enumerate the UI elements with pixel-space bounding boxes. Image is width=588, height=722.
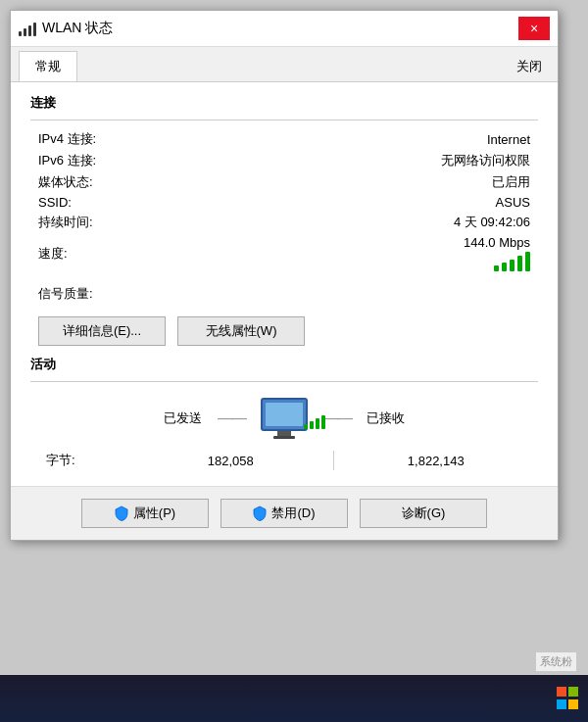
signal-section: 信号质量: [30, 281, 538, 307]
divider-activity [30, 381, 538, 382]
win-sq-red [557, 687, 566, 697]
ssid-label: SSID: [30, 193, 238, 212]
computer-icon [261, 398, 308, 439]
table-row: SSID: ASUS [30, 193, 538, 212]
close-button[interactable]: × [518, 17, 550, 40]
bytes-row: 字节: 182,058 1,822,143 [30, 447, 538, 474]
buttons-row: 详细信息(E)... 无线属性(W) [30, 307, 538, 356]
table-row: 速度: 144.0 Mbps [30, 233, 538, 273]
shield-icon [115, 505, 128, 521]
win-sq-green [568, 687, 578, 697]
table-row: 媒体状态: 已启用 [30, 171, 538, 193]
ipv4-label: IPv4 连接: [30, 128, 238, 150]
windows-logo [557, 687, 580, 710]
dialog-title: WLAN 状态 [42, 20, 113, 37]
dialog-content: 连接 IPv4 连接: Internet IPv6 连接: 无网络访问权限 媒体… [11, 82, 558, 486]
ipv6-label: IPv6 连接: [30, 150, 238, 171]
win-sq-blue [557, 699, 566, 709]
wifi-icon [19, 21, 36, 36]
tab-general[interactable]: 常规 [19, 51, 77, 81]
media-label: 媒体状态: [30, 171, 238, 193]
bytes-sent: 182,058 [136, 454, 325, 468]
watermark: 系统粉 [536, 652, 576, 671]
ipv4-value: Internet [238, 128, 538, 150]
shield-icon-disable [253, 505, 267, 521]
taskbar [0, 675, 588, 722]
activity-diagram: 已发送 —— [30, 390, 538, 447]
disable-button[interactable]: 禁用(D) [220, 499, 348, 528]
wireless-props-button[interactable]: 无线属性(W) [177, 316, 305, 346]
ssid-value: ASUS [238, 193, 538, 212]
divider-connection [30, 120, 538, 120]
tabs-bar: 常规 关闭 [11, 47, 558, 82]
line-left: —— [218, 409, 245, 427]
speed-value: 144.0 Mbps [238, 233, 538, 273]
line-right: —— [323, 409, 351, 427]
details-button[interactable]: 详细信息(E)... [38, 316, 166, 346]
titlebar: WLAN 状态 × [11, 11, 558, 47]
signal-label: 信号质量: [38, 285, 93, 303]
ipv6-value: 无网络访问权限 [238, 150, 538, 171]
title-left: WLAN 状态 [19, 20, 113, 37]
win-sq-yellow [568, 699, 578, 709]
table-row: IPv4 连接: Internet [30, 128, 538, 150]
bytes-divider [333, 451, 334, 470]
sent-label: 已发送 [164, 409, 202, 427]
bytes-recv: 1,822,143 [342, 454, 531, 468]
connection-section-title: 连接 [30, 94, 538, 112]
table-row: 持续时间: 4 天 09:42:06 [30, 212, 538, 233]
media-value: 已启用 [238, 171, 538, 193]
watermark-text: 系统粉 [540, 655, 572, 667]
wlan-status-dialog: WLAN 状态 × 常规 关闭 连接 IPv4 连接: Internet IPv… [10, 10, 559, 541]
duration-label: 持续时间: [30, 212, 238, 233]
close-section-label[interactable]: 关闭 [509, 52, 550, 81]
activity-section-title: 活动 [30, 356, 538, 373]
recv-label: 已接收 [367, 409, 405, 427]
connection-info-table: IPv4 连接: Internet IPv6 连接: 无网络访问权限 媒体状态:… [30, 128, 538, 273]
properties-button[interactable]: 属性(P) [81, 499, 209, 528]
speed-label: 速度: [30, 233, 238, 273]
diagnose-button[interactable]: 诊断(G) [360, 499, 487, 528]
table-row: IPv6 连接: 无网络访问权限 [30, 150, 538, 171]
taskbar-right [557, 687, 580, 710]
bottom-buttons: 属性(P) 禁用(D) 诊断(G) [11, 486, 558, 540]
bytes-label: 字节: [38, 452, 136, 469]
duration-value: 4 天 09:42:06 [238, 212, 538, 233]
